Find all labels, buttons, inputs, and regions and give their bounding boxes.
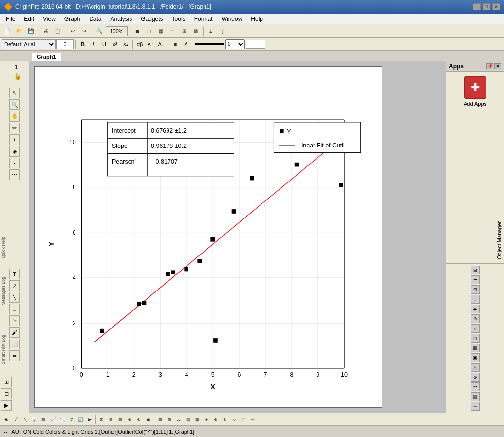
italic-btn[interactable]: I (89, 39, 98, 49)
bt-btn14[interactable]: ⊕ (125, 415, 134, 424)
line-tool[interactable]: ╲ (9, 292, 20, 303)
right-tool-15[interactable]: ⇾ (471, 402, 480, 411)
tb-btn2[interactable]: ◻ (144, 26, 154, 36)
menu-data[interactable]: Data (85, 15, 105, 23)
bold-btn[interactable]: B (78, 39, 88, 49)
tb-btn6[interactable]: ⊠ (190, 26, 201, 36)
right-tool-7[interactable]: ☼ (471, 324, 480, 333)
menu-help[interactable]: Help (247, 15, 267, 23)
tb-btn4[interactable]: ≡ (167, 26, 178, 36)
font-size-input[interactable] (56, 39, 74, 49)
line-width-select[interactable]: 0 (225, 39, 245, 49)
right-tool-4[interactable]: ↕ (471, 295, 480, 304)
arrow-tool[interactable]: ↗ (9, 280, 20, 291)
bt-btn24[interactable]: ⊗ (221, 415, 229, 424)
data-tool[interactable]: ◈ (9, 146, 20, 157)
right-tool-11[interactable]: ◬ (471, 363, 480, 372)
brush-tool[interactable]: 🖌 (9, 327, 20, 338)
mini-tool-3[interactable]: ▶ (1, 400, 12, 411)
right-tool-8[interactable]: ◻ (471, 334, 480, 343)
color-btn[interactable]: A (181, 39, 191, 49)
right-tool-5[interactable]: ◈ (471, 305, 480, 313)
eraser-tool[interactable]: ⬜ (9, 339, 20, 349)
menu-format[interactable]: Format (190, 15, 217, 23)
bt-btn18[interactable]: ⊟ (165, 415, 174, 424)
pan-tool[interactable]: ✋ (9, 111, 20, 122)
bt-btn27[interactable]: ⇾ (248, 415, 257, 424)
expand-tool[interactable]: ⇔ (9, 350, 20, 361)
align-left[interactable]: ≡ (170, 39, 180, 49)
bt-btn26[interactable]: ◻ (239, 415, 248, 424)
right-tool-14[interactable]: ▤ (471, 392, 480, 401)
bt-btn23[interactable]: ⊕ (211, 415, 220, 424)
right-tool-6[interactable]: ⊕ (471, 314, 480, 323)
tb-btn8[interactable]: ∫ (217, 26, 228, 36)
graph-tab[interactable]: Graph1 (32, 53, 61, 61)
text-tool[interactable]: T (9, 269, 20, 279)
subscript-btn[interactable]: x₂ (121, 39, 131, 49)
bt-btn17[interactable]: ⊞ (156, 415, 165, 424)
object-manager-label[interactable]: Object Manager (495, 111, 504, 263)
save-btn[interactable]: 💾 (25, 26, 36, 36)
bt-btn20[interactable]: ▤ (184, 415, 192, 424)
rect-tool[interactable]: □ (9, 304, 20, 314)
menu-tools[interactable]: Tools (168, 15, 189, 23)
font-size-down[interactable]: A↓ (156, 39, 166, 49)
move-tool[interactable]: ☞ (9, 315, 20, 326)
maximize-button[interactable]: □ (483, 3, 490, 10)
zoom-in-btn[interactable]: 🔍 (94, 26, 105, 36)
mini-tool-2[interactable]: ⊟ (1, 388, 12, 399)
graph-panel[interactable]: 0 1 2 3 4 5 6 7 8 9 10 0 2 4 6 8 10 X (34, 66, 382, 408)
bt-btn7[interactable]: 📉 (57, 415, 66, 424)
right-tool-1[interactable]: ⊞ (471, 266, 480, 274)
bt-btn15[interactable]: ⊗ (134, 415, 143, 424)
menu-view[interactable]: View (39, 15, 59, 23)
redo-btn[interactable]: ↪ (79, 26, 90, 36)
print-btn[interactable]: 🖨 (40, 26, 51, 36)
bt-btn6[interactable]: 📈 (48, 415, 57, 424)
bt-btn8[interactable]: ⏱ (67, 415, 75, 424)
minimize-button[interactable]: ─ (473, 3, 481, 10)
select-tool[interactable]: ↖ (9, 88, 20, 98)
menu-window[interactable]: Window (218, 15, 246, 23)
right-tool-10[interactable]: ▣ (471, 353, 480, 362)
bt-btn11[interactable]: ⊡ (97, 415, 106, 424)
tb-btn5[interactable]: ⊞ (179, 26, 189, 36)
menu-graph[interactable]: Graph (60, 15, 84, 23)
apps-pin-btn[interactable]: 📌 (486, 63, 493, 69)
bt-btn12[interactable]: ⊞ (107, 415, 115, 424)
new-btn[interactable]: 📄 (2, 26, 13, 36)
right-tool-12[interactable]: ⊗ (471, 373, 480, 382)
copy-btn[interactable]: 📋 (52, 26, 63, 36)
tb-btn7[interactable]: Σ (205, 26, 216, 36)
menu-analysis[interactable]: Analysis (107, 15, 136, 23)
superscript-btn[interactable]: x² (110, 39, 120, 49)
bt-btn19[interactable]: ☷ (174, 415, 183, 424)
bt-btn2[interactable]: ╱ (11, 415, 20, 424)
font-select[interactable]: Default: Arial (2, 39, 56, 49)
zoom-tool[interactable]: 🔍 (9, 99, 20, 110)
tb-btn1[interactable]: ◼ (132, 26, 143, 36)
bt-btn4[interactable]: 📊 (30, 415, 38, 424)
bt-btn10[interactable]: ▶ (85, 415, 94, 424)
bt-btn22[interactable]: ◈ (202, 415, 211, 424)
undo-btn[interactable]: ↩ (67, 26, 78, 36)
apps-close-btn[interactable]: ✕ (494, 63, 501, 69)
add-apps-icon[interactable]: ✚ (464, 76, 486, 99)
bt-btn13[interactable]: ⊟ (116, 415, 125, 424)
menu-gadgets[interactable]: Gadgets (137, 15, 167, 23)
scatter-tool[interactable]: ⋯ (9, 169, 20, 180)
bt-btn1[interactable]: ◉ (2, 415, 11, 424)
right-tool-2[interactable]: ☰ (471, 275, 480, 284)
menu-edit[interactable]: Edit (20, 15, 38, 23)
bt-btn9[interactable]: 🔄 (76, 415, 85, 424)
right-tool-3[interactable]: ⊟ (471, 285, 480, 294)
crosshair-tool[interactable]: + (9, 134, 20, 145)
open-btn[interactable]: 📂 (14, 26, 24, 36)
underline-btn[interactable]: U (99, 39, 109, 49)
bt-btn16[interactable]: ◼ (144, 415, 152, 424)
right-tool-9[interactable]: ▦ (471, 344, 480, 352)
font-size-up[interactable]: A↑ (146, 39, 155, 49)
bt-btn5[interactable]: ⊞ (39, 415, 48, 424)
tb-btn3[interactable]: ▦ (155, 26, 166, 36)
